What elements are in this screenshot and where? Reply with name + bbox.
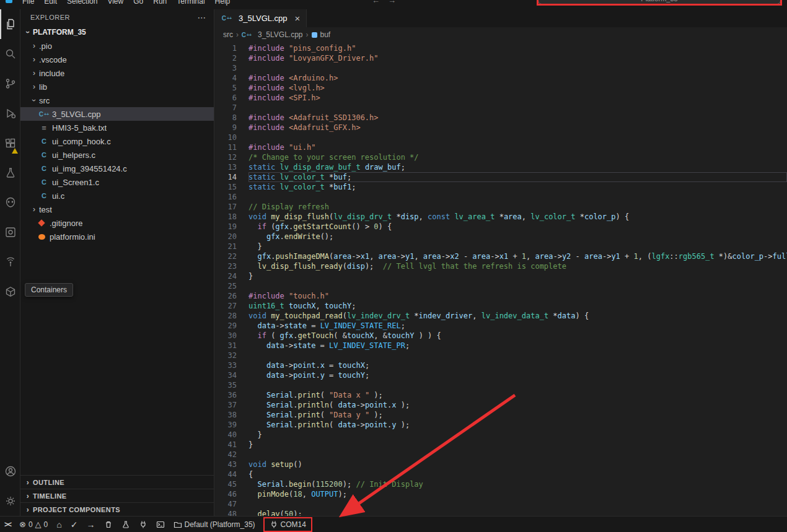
code-line[interactable]: 34 data->point.y = touchY; bbox=[214, 370, 787, 380]
code-line[interactable]: 35 bbox=[214, 380, 787, 390]
file-.gitignore[interactable]: .gitignore bbox=[20, 216, 214, 230]
pio-clean-button[interactable] bbox=[100, 517, 117, 532]
code-line[interactable]: 43void setup() bbox=[214, 460, 787, 469]
code-line[interactable]: 14static lv_color_t *buf; bbox=[214, 172, 787, 182]
code-line[interactable]: 40 } bbox=[214, 430, 787, 440]
menu-item-run[interactable]: Run bbox=[148, 0, 172, 7]
code-line[interactable]: 45 Serial.begin(115200); // Init Display bbox=[214, 479, 787, 489]
activity-remote-explorer[interactable] bbox=[0, 247, 20, 277]
menu-item-file[interactable]: File bbox=[17, 0, 39, 7]
code-line[interactable]: 33 data->point.x = touchX; bbox=[214, 360, 787, 370]
code-line[interactable]: 11#include "ui.h" bbox=[214, 142, 787, 152]
activity-testing[interactable] bbox=[0, 158, 20, 188]
file-3_5LVGL.cpp[interactable]: C++3_5LVGL.cpp bbox=[20, 107, 214, 121]
section-timeline[interactable]: ›TIMELINE bbox=[20, 489, 214, 502]
file-ui.c[interactable]: Cui.c bbox=[20, 189, 214, 203]
folder-test[interactable]: ›test bbox=[20, 203, 214, 216]
folder-src[interactable]: ›src bbox=[20, 94, 214, 107]
close-tab-icon[interactable]: × bbox=[295, 13, 301, 24]
activity-extensions[interactable] bbox=[0, 128, 20, 158]
file-platformio.ini[interactable]: platformio.ini bbox=[20, 230, 214, 243]
code-line[interactable]: 20 gfx.endWrite(); bbox=[214, 232, 787, 242]
code-line[interactable]: 12/* Change to your screen resolution */ bbox=[214, 152, 787, 162]
code-line[interactable]: 29 data->state = LV_INDEV_STATE_REL; bbox=[214, 321, 787, 331]
nav-back-icon[interactable]: ← bbox=[372, 0, 380, 5]
code-line[interactable]: 17// Display refresh bbox=[214, 202, 787, 212]
activity-run-debug[interactable] bbox=[0, 98, 20, 128]
breadcrumb-file[interactable]: 3_5LVGL.cpp bbox=[258, 30, 303, 39]
code-line[interactable]: 28void my_touchpad_read(lv_indev_drv_t *… bbox=[214, 311, 787, 321]
code-line[interactable]: 6#include <SPI.h> bbox=[214, 93, 787, 103]
pio-test-button[interactable] bbox=[117, 517, 134, 532]
file-HMI3-5_bak.txt[interactable]: ≡HMI3-5_bak.txt bbox=[20, 121, 214, 134]
code-line[interactable]: 22 gfx.pushImageDMA(area->x1, area->y1, … bbox=[214, 251, 787, 261]
activity-source-control[interactable] bbox=[0, 69, 20, 98]
pio-env-selector[interactable]: Default (Platform_35) bbox=[169, 517, 260, 532]
code-line[interactable]: 2#include "LovyanGFX_Driver.h" bbox=[214, 53, 787, 63]
code-line[interactable]: 18void my_disp_flush(lv_disp_drv_t *disp… bbox=[214, 212, 787, 222]
section-project-components[interactable]: ›PROJECT COMPONENTS bbox=[20, 502, 214, 516]
breadcrumb-symbol[interactable]: buf bbox=[320, 30, 331, 39]
code-line[interactable]: 46 pinMode(18, OUTPUT); bbox=[214, 489, 787, 499]
activity-search[interactable] bbox=[0, 39, 20, 69]
pio-terminal-button[interactable] bbox=[152, 517, 169, 532]
code-line[interactable]: 32 bbox=[214, 351, 787, 360]
activity-accounts[interactable] bbox=[0, 456, 20, 486]
code-line[interactable]: 27uint16_t touchX, touchY; bbox=[214, 301, 787, 311]
code-line[interactable]: 15static lv_color_t *buf1; bbox=[214, 182, 787, 192]
nav-forward-icon[interactable]: → bbox=[388, 0, 396, 5]
code-line[interactable]: 3 bbox=[214, 63, 787, 73]
folder-lib[interactable]: ›lib bbox=[20, 80, 214, 94]
code-line[interactable]: 7 bbox=[214, 103, 787, 113]
folder-.pio[interactable]: ›.pio bbox=[20, 39, 214, 53]
code-line[interactable]: 24} bbox=[214, 271, 787, 281]
code-line[interactable]: 44{ bbox=[214, 469, 787, 479]
code-line[interactable]: 37 Serial.println( data->point.x ); bbox=[214, 400, 787, 410]
pio-serial-monitor-button[interactable] bbox=[134, 517, 152, 532]
code-line[interactable]: 38 Serial.print( "Data y " ); bbox=[214, 410, 787, 420]
activity-explorer[interactable] bbox=[0, 9, 20, 39]
pio-upload-button[interactable]: → bbox=[82, 517, 100, 532]
activity-containers[interactable] bbox=[0, 277, 20, 307]
code-line[interactable]: 19 if (gfx.getStartCount() > 0) { bbox=[214, 222, 787, 232]
activity-pio-debug[interactable] bbox=[0, 217, 20, 247]
menu-item-terminal[interactable]: Terminal bbox=[172, 0, 209, 7]
tree-root-project[interactable]: › PLATFORM_35 bbox=[20, 25, 214, 39]
file-ui_helpers.c[interactable]: Cui_helpers.c bbox=[20, 148, 214, 162]
problems-indicator[interactable]: ⊗ 0 △ 0 bbox=[15, 517, 52, 532]
code-line[interactable]: 30 if ( gfx.getTouch( &touchX, &touchY )… bbox=[214, 331, 787, 341]
code-line[interactable]: 21 } bbox=[214, 242, 787, 251]
menu-item-go[interactable]: Go bbox=[128, 0, 148, 7]
code-line[interactable]: 26#include "touch.h" bbox=[214, 291, 787, 301]
menu-item-view[interactable]: View bbox=[102, 0, 128, 7]
menu-item-selection[interactable]: Selection bbox=[62, 0, 102, 7]
code-line[interactable]: 48 delay(50); bbox=[214, 509, 787, 516]
code-line[interactable]: 1#include "pins_config.h" bbox=[214, 43, 787, 53]
code-line[interactable]: 4#include <Arduino.h> bbox=[214, 73, 787, 83]
command-center[interactable]: Platform_35 bbox=[538, 0, 781, 4]
pio-build-button[interactable]: ✓ bbox=[66, 517, 82, 532]
code-line[interactable]: 5#include <lvgl.h> bbox=[214, 83, 787, 93]
folder-include[interactable]: ›include bbox=[20, 66, 214, 80]
tab-3_5lvgl-cpp[interactable]: C++ 3_5LVGL.cpp × bbox=[214, 9, 307, 27]
file-ui_comp_hook.c[interactable]: Cui_comp_hook.c bbox=[20, 134, 214, 148]
pio-home-button[interactable]: ⌂ bbox=[52, 517, 66, 532]
code-line[interactable]: 8#include <Adafruit_SSD1306.h> bbox=[214, 113, 787, 123]
code-line[interactable]: 16 bbox=[214, 192, 787, 202]
code-line[interactable]: 36 Serial.print( "Data x " ); bbox=[214, 390, 787, 400]
code-line[interactable]: 25 bbox=[214, 281, 787, 291]
code-line[interactable]: 10 bbox=[214, 133, 787, 142]
code-line[interactable]: 23 lv_disp_flush_ready(disp); // Tell lv… bbox=[214, 261, 787, 271]
folder-.vscode[interactable]: ›.vscode bbox=[20, 53, 214, 66]
code-line[interactable]: 9#include <Adafruit_GFX.h> bbox=[214, 123, 787, 133]
remote-indicator[interactable]: >< bbox=[0, 517, 15, 532]
file-ui_Screen1.c[interactable]: Cui_Screen1.c bbox=[20, 175, 214, 189]
code-line[interactable]: 42 bbox=[214, 450, 787, 460]
breadcrumb-src[interactable]: src bbox=[223, 30, 233, 39]
pio-serial-port[interactable]: COM14 bbox=[263, 517, 312, 532]
code-line[interactable]: 39 Serial.println( data->point.y ); bbox=[214, 420, 787, 430]
activity-settings[interactable] bbox=[0, 486, 20, 516]
code-line[interactable]: 47 bbox=[214, 499, 787, 509]
code-area[interactable]: 1#include "pins_config.h"2#include "Lovy… bbox=[214, 42, 787, 516]
code-line[interactable]: 13static lv_disp_draw_buf_t draw_buf; bbox=[214, 162, 787, 172]
